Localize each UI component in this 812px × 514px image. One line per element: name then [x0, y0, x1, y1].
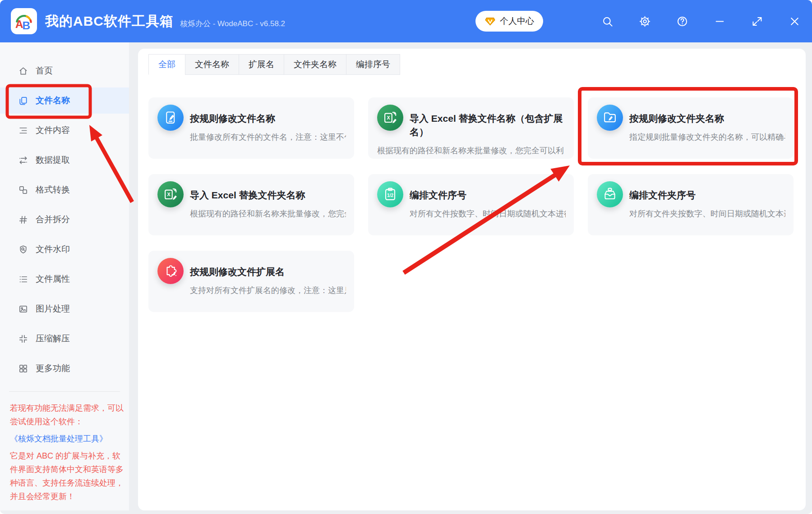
tab-file-name[interactable]: 文件名称	[185, 54, 239, 75]
sidebar-item-file-content[interactable]: 文件内容	[0, 117, 129, 143]
card-description: 对所有文件夹按数字、时间日期或随机文本进行批量	[629, 208, 785, 220]
sidebar-nav: 首页文件名称文件内容数据提取格式转换合并拆分文件水印文件属性图片处理压缩解压更多…	[0, 42, 129, 381]
sidebar-promo: 若现有功能无法满足需求，可以尝试使用这个软件： 《核烁文档批量处理工具》 它是对…	[10, 401, 126, 507]
sidebar-item-label: 压缩解压	[36, 333, 70, 344]
file-attributes-icon	[18, 274, 28, 285]
sidebar-item-data-extract[interactable]: 数据提取	[0, 147, 129, 173]
compress-icon	[18, 334, 28, 344]
data-extract-icon	[18, 155, 28, 165]
card-sequence-files[interactable]: 1/2编排文件序号对所有文件按数字、时间日期或随机文本进行批量编	[368, 174, 574, 235]
sidebar-item-label: 首页	[36, 65, 53, 77]
content-panel: 全部文件名称扩展名文件夹名称编排序号 按规则修改文件名称批量修改所有文件的文件名…	[138, 49, 806, 510]
app-subtitle: 核烁办公 - WodeABC - v6.58.2	[180, 18, 285, 31]
vip-gem-icon	[484, 16, 496, 27]
card-description: 批量修改所有文件的文件名，注意：这里不包含扩展	[190, 132, 346, 143]
card-title: 按规则修改文件扩展名	[157, 258, 346, 279]
sidebar-item-label: 更多功能	[36, 363, 70, 374]
feature-card-grid: 按规则修改文件名称批量修改所有文件的文件名，注意：这里不包含扩展X导入 Exce…	[148, 97, 794, 312]
app-logo: A B	[11, 8, 37, 34]
card-description: 支持对所有文件扩展名的修改，注意：这里只是修改	[190, 285, 346, 296]
sidebar-item-label: 数据提取	[36, 154, 70, 166]
sidebar-item-label: 图片处理	[36, 303, 70, 315]
svg-text:X: X	[387, 115, 390, 120]
sequence-files-icon: 1/2	[377, 181, 403, 207]
card-rename-folders[interactable]: 按规则修改文件夹名称指定规则批量修改文件夹的名称，可以精确与模糊匹	[588, 97, 794, 159]
tab-folder-name[interactable]: 文件夹名称	[284, 54, 346, 75]
card-rename-files[interactable]: 按规则修改文件名称批量修改所有文件的文件名，注意：这里不包含扩展	[148, 97, 354, 159]
svg-text:B: B	[23, 19, 31, 32]
app-title: 我的ABC软件工具箱	[45, 12, 174, 31]
sidebar-item-more-features[interactable]: 更多功能	[0, 355, 129, 381]
card-title: 按规则修改文件夹名称	[597, 105, 785, 125]
sidebar-item-merge-split[interactable]: 合并拆分	[0, 207, 129, 233]
sidebar-item-label: 文件内容	[36, 124, 70, 136]
tab-all[interactable]: 全部	[148, 54, 185, 75]
card-description: 根据现有的路径和新名称来批量修改，您完全可以利	[377, 145, 566, 156]
card-title: 导入 Excel 替换文件夹名称	[157, 181, 346, 202]
user-center-button[interactable]: 个人中心	[475, 11, 543, 32]
file-name-icon	[18, 96, 28, 106]
card-title: 编排文件序号	[377, 181, 566, 202]
svg-text:1/2: 1/2	[387, 193, 393, 198]
app-window: A B 我的ABC软件工具箱 核烁办公 - WodeABC - v6.58.2 …	[0, 0, 812, 514]
sidebar-item-home[interactable]: 首页	[0, 58, 129, 84]
settings-icon[interactable]	[637, 14, 652, 29]
sequence-folders-icon	[597, 181, 623, 207]
extension-edit-icon	[157, 258, 184, 284]
sidebar-item-file-name[interactable]: 文件名称	[0, 87, 129, 114]
close-button[interactable]	[787, 14, 802, 29]
card-sequence-folders[interactable]: 编排文件夹序号对所有文件夹按数字、时间日期或随机文本进行批量	[588, 174, 794, 235]
sidebar-item-file-watermark[interactable]: 文件水印	[0, 236, 129, 262]
sidebar-item-label: 文件水印	[36, 243, 70, 255]
card-excel-folder-names[interactable]: X导入 Excel 替换文件夹名称根据现有的路径和新名称来批量修改，您完全可以利	[148, 174, 354, 235]
promo-text-1: 若现有功能无法满足需求，可以尝试使用这个软件：	[10, 401, 126, 428]
sidebar-item-label: 文件属性	[36, 273, 70, 285]
tab-extension[interactable]: 扩展名	[239, 54, 284, 75]
sidebar: 首页文件名称文件内容数据提取格式转换合并拆分文件水印文件属性图片处理压缩解压更多…	[0, 42, 129, 510]
promo-text-2: 它是对 ABC 的扩展与补充，软件界面支持简体中文和英语等多种语言、支持任务流连…	[10, 449, 126, 503]
minimize-button[interactable]	[712, 14, 727, 29]
card-description: 指定规则批量修改文件夹的名称，可以精确与模糊匹	[629, 132, 785, 143]
card-title: 按规则修改文件名称	[157, 105, 346, 125]
sidebar-item-format-convert[interactable]: 格式转换	[0, 177, 129, 203]
sidebar-item-label: 格式转换	[36, 184, 70, 196]
merge-split-icon	[18, 215, 28, 225]
sidebar-item-label: 合并拆分	[36, 214, 70, 225]
maximize-button[interactable]	[749, 14, 765, 29]
card-description: 对所有文件按数字、时间日期或随机文本进行批量编	[410, 208, 566, 220]
card-title: 导入 Excel 替换文件名称（包含扩展名）	[377, 105, 566, 139]
sidebar-item-label: 文件名称	[36, 95, 70, 106]
sidebar-item-image-processing[interactable]: 图片处理	[0, 296, 129, 322]
promo-link[interactable]: 《核烁文档批量处理工具》	[10, 434, 107, 443]
file-edit-icon	[157, 105, 184, 131]
search-icon[interactable]	[600, 14, 615, 29]
image-processing-icon	[18, 304, 28, 314]
header-actions: 个人中心	[475, 0, 802, 42]
file-content-icon	[18, 125, 28, 136]
card-title: 编排文件夹序号	[597, 181, 785, 202]
file-watermark-icon	[18, 244, 28, 255]
folder-edit-icon	[597, 105, 623, 131]
sidebar-divider	[9, 391, 120, 392]
excel-replace-icon: X	[377, 105, 403, 131]
title-bar: A B 我的ABC软件工具箱 核烁办公 - WodeABC - v6.58.2 …	[0, 0, 812, 42]
more-features-icon	[18, 363, 28, 374]
card-edit-extensions[interactable]: 按规则修改文件扩展名支持对所有文件扩展名的修改，注意：这里只是修改	[148, 251, 354, 312]
format-convert-icon	[18, 185, 28, 195]
excel-replace-icon: X	[157, 181, 184, 207]
tab-sequence[interactable]: 编排序号	[346, 54, 400, 75]
sidebar-item-compress[interactable]: 压缩解压	[0, 326, 129, 352]
card-description: 根据现有的路径和新名称来批量修改，您完全可以利	[190, 208, 346, 220]
sidebar-item-file-attributes[interactable]: 文件属性	[0, 266, 129, 292]
tab-bar: 全部文件名称扩展名文件夹名称编排序号	[148, 54, 400, 75]
help-icon[interactable]	[674, 14, 690, 29]
svg-text:X: X	[167, 192, 170, 197]
home-icon	[18, 66, 28, 76]
card-excel-file-names[interactable]: X导入 Excel 替换文件名称（包含扩展名）根据现有的路径和新名称来批量修改，…	[368, 97, 574, 159]
